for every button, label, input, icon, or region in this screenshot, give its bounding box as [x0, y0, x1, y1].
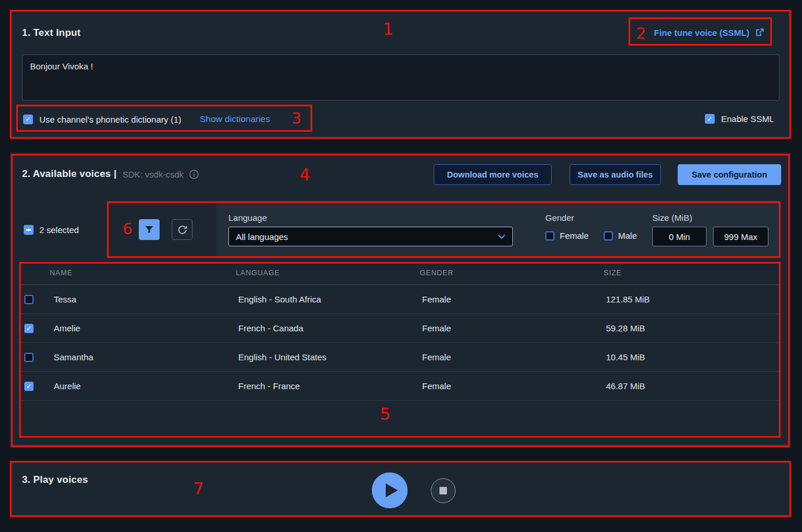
header-size: SIZE: [604, 269, 781, 277]
voices-table-header: NAME LANGUAGE GENDER SIZE: [19, 261, 781, 285]
table-row-tessa[interactable]: Tessa English - South Africa Female 121.…: [19, 285, 781, 314]
sdk-label: SDK: vsdk-csdk: [123, 169, 184, 179]
table-row-samantha[interactable]: Samantha English - United States Female …: [19, 343, 781, 372]
gender-female-checkbox[interactable]: [545, 231, 555, 241]
select-all-checkbox[interactable]: [24, 225, 34, 235]
header-name: NAME: [50, 269, 236, 277]
available-voices-title: 2. Available voices |: [22, 168, 117, 180]
voice-gender: Female: [420, 352, 604, 362]
stop-icon: [439, 487, 447, 494]
selected-count-label: 2 selected: [39, 225, 79, 235]
voice-size: 121.85 MiB: [604, 294, 781, 304]
chevron-down-icon: [498, 234, 505, 239]
available-voices-section: 2. Available voices | SDK: vsdk-csdk Dow…: [10, 153, 791, 448]
voice-size: 46.87 MiB: [604, 381, 781, 391]
selected-count-row: 2 selected: [24, 225, 79, 235]
voice-language: English - United States: [236, 352, 420, 362]
enable-ssml-row: Enable SSML: [705, 114, 774, 124]
row-checkbox[interactable]: [24, 353, 34, 362]
size-filter-label: Size (MiB): [652, 213, 692, 223]
play-voices-title: 3. Play voices: [22, 474, 88, 486]
language-select[interactable]: All languages: [228, 227, 513, 246]
play-voices-section: 3. Play voices: [10, 461, 791, 517]
download-more-voices-button[interactable]: Download more voices: [434, 164, 552, 185]
gender-female-label: Female: [560, 231, 589, 241]
save-configuration-button[interactable]: Save configuration: [678, 164, 781, 185]
save-as-audio-files-button[interactable]: Save as audio files: [570, 164, 661, 185]
table-row-amelie[interactable]: Amelie French - Canada Female 59.28 MiB: [19, 314, 781, 343]
download-more-voices-label: Download more voices: [447, 170, 538, 179]
voice-filter-bar: Language All languages Gender Female Mal…: [216, 201, 781, 258]
show-dictionaries-link[interactable]: Show dictionaries: [200, 114, 270, 124]
row-checkbox[interactable]: [24, 382, 34, 391]
save-as-audio-files-label: Save as audio files: [578, 170, 653, 179]
table-row-aurelie[interactable]: Aurelie French - France Female 46.87 MiB: [19, 372, 781, 401]
save-configuration-label: Save configuration: [692, 170, 767, 179]
size-max-input[interactable]: 999 Max: [713, 227, 768, 246]
gender-male-label: Male: [618, 231, 637, 241]
voice-name: Amelie: [50, 323, 236, 333]
phonetic-dictionary-label: Use channel's phonetic dictionary (1): [39, 114, 182, 124]
text-input-section: 1. Text Input Fine tune voice (SSML) Bon…: [10, 10, 791, 139]
voice-language: English - South Africa: [236, 294, 420, 304]
voice-size: 59.28 MiB: [604, 323, 781, 333]
info-icon[interactable]: [189, 169, 199, 179]
voices-table: NAME LANGUAGE GENDER SIZE Tessa English …: [19, 261, 781, 437]
play-icon: [386, 483, 398, 497]
enable-ssml-label: Enable SSML: [721, 114, 774, 124]
filter-funnel-icon: [144, 224, 154, 235]
enable-ssml-checkbox[interactable]: [705, 114, 715, 124]
fine-tune-voice-link-label: Fine tune voice (SSML): [654, 28, 749, 38]
gender-male-checkbox[interactable]: [604, 231, 613, 241]
size-min-value: 0 Min: [669, 232, 690, 242]
refresh-icon: [177, 224, 188, 235]
tts-app-page: 1. Text Input Fine tune voice (SSML) Bon…: [0, 0, 802, 532]
phonetic-dictionary-checkbox[interactable]: [23, 114, 33, 124]
voice-gender: Female: [420, 294, 604, 304]
voice-language: French - France: [236, 381, 420, 391]
external-link-icon: [755, 28, 764, 38]
header-gender: GENDER: [420, 269, 604, 277]
voice-size: 10.45 MiB: [604, 352, 781, 362]
play-button[interactable]: [372, 472, 408, 508]
language-filter-label: Language: [228, 213, 267, 223]
voice-name: Samantha: [50, 352, 236, 362]
voice-gender: Female: [420, 381, 604, 391]
row-checkbox[interactable]: [24, 324, 34, 333]
filter-button[interactable]: [139, 219, 160, 240]
tts-text-input[interactable]: Bonjour Vivoka !: [22, 54, 779, 101]
stop-button[interactable]: [431, 478, 456, 503]
row-checkbox[interactable]: [24, 295, 34, 304]
header-language: LANGUAGE: [236, 269, 420, 277]
gender-filter-label: Gender: [545, 213, 574, 223]
size-max-value: 999 Max: [724, 232, 757, 242]
fine-tune-voice-link[interactable]: Fine tune voice (SSML): [654, 28, 764, 38]
gender-male-row: Male: [604, 231, 637, 241]
phonetic-dictionary-row: Use channel's phonetic dictionary (1) Sh…: [23, 114, 270, 124]
size-min-input[interactable]: 0 Min: [652, 227, 707, 246]
voice-gender: Female: [420, 323, 604, 333]
language-select-value: All languages: [236, 232, 288, 242]
voice-name: Tessa: [50, 294, 236, 304]
text-input-title: 1. Text Input: [22, 27, 80, 39]
voice-name: Aurelie: [50, 381, 236, 391]
voice-language: French - Canada: [236, 323, 420, 333]
refresh-button[interactable]: [172, 219, 193, 240]
gender-female-row: Female: [545, 231, 589, 241]
